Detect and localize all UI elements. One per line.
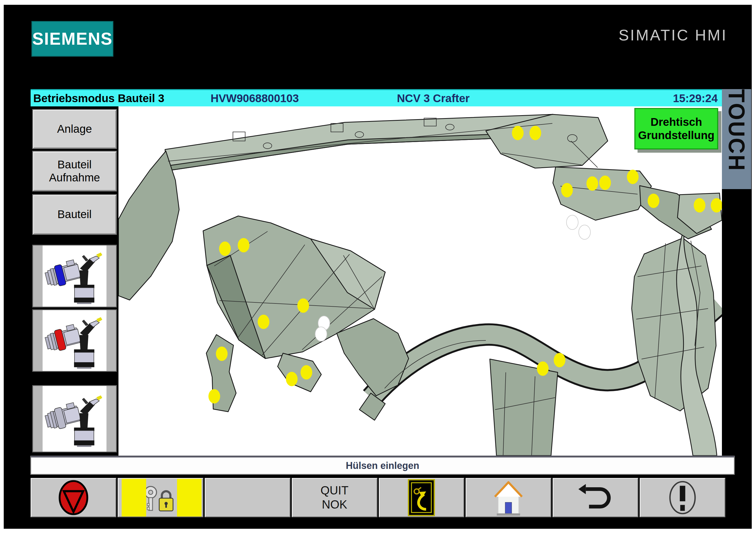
drehtisch-grundstellung-button[interactable]: Drehtisch Grundstellung — [634, 108, 718, 149]
device-bezel: SIEMENS SIMATIC HMI Betriebsmodus Bautei… — [4, 5, 752, 529]
clock: 15:29:24 — [673, 90, 718, 106]
frame-cad-drawing — [119, 106, 722, 456]
position-marker-white — [566, 215, 578, 230]
position-marker-white — [315, 327, 327, 341]
tool-image-red-ring[interactable] — [32, 309, 117, 372]
sidebar-button-anlage[interactable]: Anlage — [32, 109, 117, 149]
position-marker-white — [579, 225, 590, 240]
drehtisch-label-line2: Grundstellung — [638, 129, 715, 142]
back-button[interactable] — [553, 478, 638, 517]
home-button[interactable] — [466, 478, 551, 517]
rivet-tool-icon — [44, 312, 105, 369]
tool-image-blue-ring[interactable] — [32, 245, 117, 307]
touch-strip: TOUCH — [722, 89, 751, 189]
position-marker-yellow — [561, 183, 573, 197]
quit-label-line2: NOK — [320, 497, 348, 512]
reset-arrow-icon — [407, 479, 436, 516]
reset-button[interactable] — [379, 478, 465, 517]
rivet-tool-icon — [44, 391, 105, 447]
stop-button[interactable] — [31, 478, 116, 517]
message-text: Hülsen einlegen — [346, 460, 419, 471]
position-marker-yellow — [554, 353, 565, 367]
yellow-stripe-right — [177, 479, 202, 517]
quit-label-line1: QUIT — [320, 484, 348, 497]
position-marker-yellow — [512, 126, 524, 140]
tool-image-plain[interactable] — [32, 385, 117, 452]
position-marker-yellow — [627, 170, 638, 184]
spare-button[interactable] — [205, 478, 290, 517]
position-marker-yellow — [599, 176, 611, 190]
home-icon — [491, 479, 526, 516]
sidebar: Anlage Bauteil Aufnahme Bauteil — [31, 106, 119, 456]
position-marker-yellow — [238, 238, 250, 252]
rivet-tool-icon — [44, 248, 105, 305]
position-marker-yellow — [297, 298, 309, 313]
quit-nok-button[interactable]: QUIT NOK — [292, 478, 377, 517]
position-marker-yellow — [301, 365, 312, 380]
part-number-label: HVW9068800103 — [210, 90, 299, 106]
component-diagram — [119, 106, 722, 456]
position-marker-yellow — [208, 389, 220, 403]
position-marker-yellow — [694, 198, 705, 213]
position-marker-yellow — [711, 198, 722, 213]
title-bar: Betriebsmodus Bauteil 3 HVW9068800103 NC… — [31, 89, 722, 106]
siemens-logo: SIEMENS — [31, 21, 113, 57]
position-marker-yellow — [648, 194, 660, 208]
back-arrow-icon — [576, 480, 615, 515]
position-marker-yellow — [216, 346, 228, 361]
position-marker-yellow — [258, 315, 269, 329]
position-marker-yellow — [286, 372, 298, 386]
operating-mode-label: Betriebsmodus Bauteil 3 — [33, 90, 164, 106]
message-bar: Hülsen einlegen — [30, 456, 735, 475]
exclamation-icon — [666, 479, 698, 516]
bottom-toolbar: QUIT NOK — [31, 478, 725, 517]
key-lock-button[interactable] — [118, 478, 203, 517]
alarm-button[interactable] — [640, 478, 725, 517]
yellow-stripe-left — [122, 479, 146, 517]
sidebar-button-bauteil[interactable]: Bauteil — [32, 194, 117, 235]
project-label: NCV 3 Crafter — [397, 90, 470, 106]
position-marker-yellow — [219, 241, 231, 256]
simatic-hmi-label: SIMATIC HMI — [612, 26, 727, 45]
stop-icon — [56, 479, 91, 516]
position-marker-yellow — [586, 176, 598, 191]
sidebar-button-bauteil-aufnahme[interactable]: Bauteil Aufnahme — [32, 151, 117, 191]
position-marker-yellow — [537, 362, 549, 376]
key-lock-icon — [141, 482, 180, 514]
position-marker-yellow — [529, 126, 541, 140]
drehtisch-label-line1: Drehtisch — [651, 115, 702, 129]
touch-label: TOUCH — [723, 89, 750, 171]
